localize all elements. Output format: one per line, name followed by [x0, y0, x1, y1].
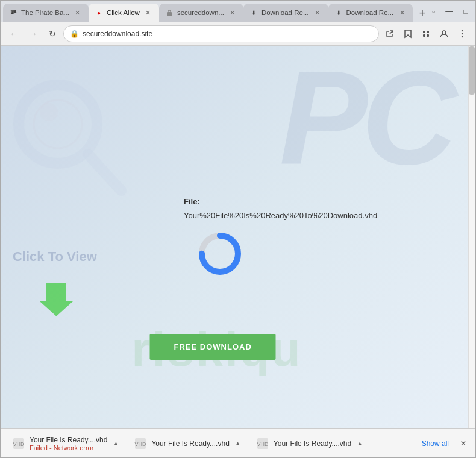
clickallow-favicon: ● — [95, 8, 103, 17]
lock-icon: 🔒 — [70, 30, 79, 38]
svg-rect-5 — [427, 34, 429, 37]
svg-text:VHD: VHD — [257, 441, 269, 447]
piratebay-favicon: 🏴 — [9, 8, 17, 17]
tabs-area: 🏴 The Pirate Ba... ✕ ● Click Allow ✕ sec… — [3, 1, 431, 22]
down-arrow-container — [40, 283, 73, 316]
tab-expand-toggle[interactable]: ⌄ — [431, 3, 436, 20]
pc-watermark: PC — [279, 52, 451, 184]
show-all-button[interactable]: Show all — [417, 439, 454, 448]
svg-rect-3 — [427, 31, 429, 33]
download-item-2-icon: VHD — [133, 436, 148, 451]
download-item-2[interactable]: VHD Your File Is Ready....vhd ▲ — [127, 434, 249, 453]
tab-clickallow-label: Click Allow — [107, 9, 140, 16]
svg-point-6 — [442, 31, 446, 34]
title-bar: 🏴 The Pirate Ba... ✕ ● Click Allow ✕ sec… — [1, 1, 475, 22]
download-item-2-name: Your File Is Ready....vhd — [151, 439, 229, 448]
tab-piratebay-close[interactable]: ✕ — [73, 8, 83, 17]
downloads-close-button[interactable]: × — [456, 436, 471, 451]
minimize-button[interactable]: — — [441, 4, 457, 19]
download-item-2-info: Your File Is Ready....vhd — [151, 439, 229, 448]
tab-secureddown-label: secureddown... — [177, 9, 224, 16]
svg-point-8 — [462, 33, 463, 34]
forward-button[interactable]: → — [25, 25, 42, 42]
secureddown-favicon — [165, 8, 174, 17]
file-name: Your%20File%20Is%20Ready%20To%20Download… — [184, 211, 365, 220]
tab-secureddown[interactable]: secureddown... ✕ — [159, 4, 243, 22]
tab-downloadre2-label: Download Re... — [346, 9, 394, 16]
tab-piratebay[interactable]: 🏴 The Pirate Ba... ✕ — [3, 4, 89, 22]
svg-text:VHD: VHD — [135, 441, 147, 447]
tab-downloadre1-label: Download Re... — [261, 9, 309, 16]
address-bar[interactable]: 🔒 secureddownload.site — [63, 25, 379, 42]
tab-downloadre2-close[interactable]: ✕ — [397, 8, 407, 17]
download-item-1-status: Failed - Network error — [30, 444, 107, 451]
svg-point-9 — [462, 36, 463, 37]
svg-point-12 — [40, 103, 58, 121]
download-item-3[interactable]: VHD Your File Is Ready....vhd ▲ — [249, 434, 371, 453]
restore-button[interactable]: □ — [458, 4, 474, 19]
extensions-button[interactable] — [418, 25, 434, 42]
reload-button[interactable]: ↻ — [44, 25, 61, 42]
toolbar-actions — [381, 25, 471, 42]
tab-secureddown-close[interactable]: ✕ — [228, 8, 237, 17]
back-button[interactable]: ← — [5, 25, 22, 42]
download-item-3-info: Your File Is Ready....vhd — [274, 439, 351, 448]
svg-text:VHD: VHD — [13, 441, 25, 447]
page-scrollbar[interactable] — [468, 46, 475, 428]
loading-spinner — [196, 230, 244, 278]
downloadre2-favicon: ⬇ — [334, 8, 343, 17]
tab-downloadre1-close[interactable]: ✕ — [313, 8, 322, 17]
svg-line-13 — [88, 154, 121, 190]
address-text: secureddownload.site — [83, 30, 372, 38]
file-label: File: — [184, 197, 200, 206]
download-item-3-icon: VHD — [255, 436, 270, 451]
chrome-window: 🏴 The Pirate Ba... ✕ ● Click Allow ✕ sec… — [0, 0, 476, 458]
click-to-view-text: Click To View — [13, 249, 97, 265]
download-item-1-info: Your File Is Ready....vhd Failed - Netwo… — [30, 436, 107, 451]
magnifier-watermark — [10, 70, 130, 202]
down-arrow-icon — [40, 283, 73, 316]
toolbar: ← → ↻ 🔒 secureddownload.site — [1, 22, 475, 46]
svg-marker-1 — [405, 30, 411, 37]
scrollbar-thumb[interactable] — [469, 46, 475, 95]
downloads-bar: VHD Your File Is Ready....vhd Failed - N… — [1, 428, 475, 457]
download-item-1-icon: VHD — [11, 436, 26, 451]
download-item-1-name: Your File Is Ready....vhd — [30, 436, 107, 444]
tab-clickallow-close[interactable]: ✕ — [143, 8, 153, 17]
svg-point-11 — [34, 100, 82, 148]
svg-rect-0 — [167, 12, 172, 16]
bookmark-button[interactable] — [399, 25, 416, 42]
profile-button[interactable] — [436, 25, 453, 42]
svg-point-7 — [462, 30, 463, 31]
download-item-3-name: Your File Is Ready....vhd — [274, 439, 351, 448]
download-item-3-chevron[interactable]: ▲ — [355, 439, 365, 448]
downloadre1-favicon: ⬇ — [249, 8, 258, 17]
tab-downloadre1[interactable]: ⬇ Download Re... ✕ — [243, 4, 328, 22]
download-item-1-chevron[interactable]: ▲ — [111, 439, 121, 448]
tab-clickallow[interactable]: ● Click Allow ✕ — [89, 4, 159, 22]
download-item-2-chevron[interactable]: ▲ — [233, 439, 243, 448]
download-item-1[interactable]: VHD Your File Is Ready....vhd Failed - N… — [5, 433, 127, 454]
menu-button[interactable] — [454, 25, 471, 42]
svg-point-10 — [19, 85, 97, 163]
svg-rect-2 — [423, 31, 425, 33]
tab-piratebay-label: The Pirate Ba... — [21, 9, 69, 16]
tab-downloadre2[interactable]: ⬇ Download Re... ✕ — [328, 4, 413, 22]
new-tab-button[interactable]: + — [414, 5, 431, 22]
share-button[interactable] — [381, 25, 398, 42]
free-download-button[interactable]: FREE DOWNLOAD — [150, 334, 276, 360]
svg-rect-4 — [423, 34, 425, 37]
file-info-container: File: Your%20File%20Is%20Ready%20To%20Do… — [184, 197, 365, 278]
page-content: PC riskiqu Click To View File: Your%20Fi… — [1, 46, 475, 428]
window-controls: — □ ✕ — [441, 4, 476, 19]
